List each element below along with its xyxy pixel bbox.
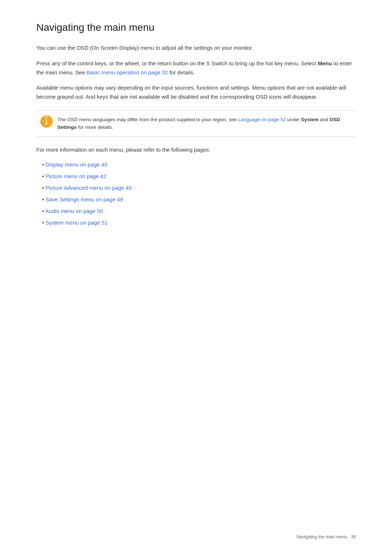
- svg-point-1: [46, 119, 47, 121]
- notice-text-before: The OSD menu languages may differ from t…: [57, 117, 238, 122]
- language-link[interactable]: Language on page 52: [238, 117, 286, 122]
- list-item: Audio menu on page 50: [42, 207, 356, 216]
- footer-label: Navigating the main menu: [297, 534, 347, 539]
- for-more-text: For more information on each menu, pleas…: [36, 145, 356, 155]
- system-menu-link[interactable]: System menu on page 51: [45, 219, 107, 226]
- notice-bold-system: System: [301, 117, 318, 122]
- notice-icon: [40, 115, 53, 128]
- notice-box: The OSD menu languages may differ from t…: [36, 110, 356, 137]
- list-item: Display menu on page 40: [42, 160, 356, 169]
- list-item: Picture Advanced menu on page 45: [42, 184, 356, 192]
- page-container: Navigating the main menu You can use the…: [0, 0, 392, 259]
- display-menu-link[interactable]: Display menu on page 40: [45, 161, 107, 168]
- picture-advanced-menu-link[interactable]: Picture Advanced menu on page 45: [45, 185, 132, 191]
- list-item: Picture menu on page 42: [42, 172, 356, 181]
- basic-menu-operation-link[interactable]: Basic menu operation on page 32: [86, 69, 168, 75]
- notice-text-middle: under: [286, 117, 301, 122]
- paragraph-2: Press any of the control keys, or the wh…: [36, 59, 356, 77]
- svg-rect-2: [46, 122, 47, 125]
- save-settings-menu-link[interactable]: Save Settings menu on page 49: [45, 196, 123, 202]
- picture-menu-link[interactable]: Picture menu on page 42: [45, 173, 106, 179]
- list-item: System menu on page 51: [42, 218, 356, 227]
- list-item: Save Settings menu on page 49: [42, 195, 356, 204]
- page-title: Navigating the main menu: [36, 22, 356, 33]
- menu-links-list: Display menu on page 40 Picture menu on …: [42, 160, 356, 227]
- footer-page-number: 39: [351, 534, 356, 539]
- footer: Navigating the main menu 39: [297, 534, 356, 539]
- paragraph-3: Available menu options may vary dependin…: [36, 83, 356, 102]
- paragraph-1: You can use the OSD (On Screen Display) …: [36, 44, 356, 53]
- audio-menu-link[interactable]: Audio menu on page 50: [45, 208, 103, 214]
